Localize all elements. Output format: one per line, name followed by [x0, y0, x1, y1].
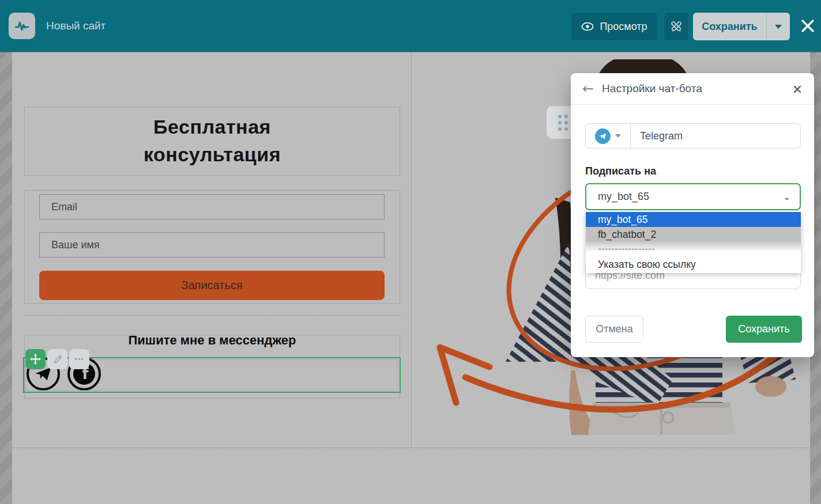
move-button[interactable] — [25, 349, 46, 369]
dropdown-option[interactable]: fb_chatbot_2 — [586, 227, 801, 242]
close-icon: ✕ — [792, 82, 803, 97]
chevron-down-icon — [775, 25, 782, 29]
bot-select-dropdown: my_bot_65 fb_chatbot_2 -----------------… — [586, 212, 801, 273]
dropdown-option-custom-link[interactable]: Указать свою ссылку — [586, 256, 801, 273]
preview-label: Просмотр — [600, 21, 647, 33]
panel-header: ← Настройки чат-бота ✕ — [571, 73, 814, 105]
panel-close-button[interactable]: ✕ — [789, 81, 806, 98]
telegram-badge-icon — [595, 128, 611, 144]
dropdown-option-selected[interactable]: my_bot_65 — [586, 212, 801, 227]
more-options-button[interactable]: ••• — [69, 349, 89, 369]
bot-select[interactable]: my_bot_65 ⌄ — [585, 183, 801, 210]
chatbot-settings-panel: ← Настройки чат-бота ✕ Подписать на my_b… — [571, 73, 814, 357]
messenger-picker-button[interactable] — [586, 124, 631, 148]
telegram-plane-icon — [598, 132, 607, 141]
ellipsis-icon: ••• — [74, 355, 84, 363]
edit-button[interactable] — [47, 349, 67, 369]
save-button-group: Сохранить — [693, 13, 790, 40]
subscribe-label: Подписать на — [585, 165, 656, 177]
save-button[interactable]: Сохранить — [693, 13, 767, 40]
bot-select-value: my_bot_65 — [586, 191, 783, 203]
eye-icon — [581, 22, 594, 31]
site-title: Новый сайт — [46, 0, 106, 52]
messenger-name-input[interactable] — [631, 124, 800, 148]
app-logo[interactable] — [9, 13, 35, 39]
chevron-down-icon — [615, 134, 621, 138]
drag-dots-icon — [558, 115, 568, 131]
preview-button[interactable]: Просмотр — [571, 13, 657, 40]
messenger-input-group — [585, 123, 801, 149]
pencil-icon — [52, 354, 63, 365]
dropdown-separator: ----------------- — [586, 242, 801, 256]
element-toolbar: ••• — [25, 349, 89, 369]
move-icon — [30, 354, 41, 365]
editor-topbar: Новый сайт Просмотр Сохранить — [0, 0, 821, 52]
close-icon — [800, 18, 815, 33]
design-tools-button[interactable] — [664, 13, 688, 40]
close-editor-button[interactable] — [798, 16, 818, 36]
chevron-down-icon: ⌄ — [783, 192, 790, 202]
cancel-button[interactable]: Отмена — [585, 316, 643, 343]
crossed-pencils-icon — [670, 20, 683, 33]
panel-save-button[interactable]: Сохранить — [726, 316, 802, 343]
save-dropdown-button[interactable] — [767, 13, 790, 40]
panel-title: Настройки чат-бота — [602, 82, 702, 95]
back-arrow-icon: ← — [582, 81, 594, 97]
back-button[interactable]: ← — [582, 82, 594, 96]
pulse-logo-icon — [13, 17, 31, 35]
